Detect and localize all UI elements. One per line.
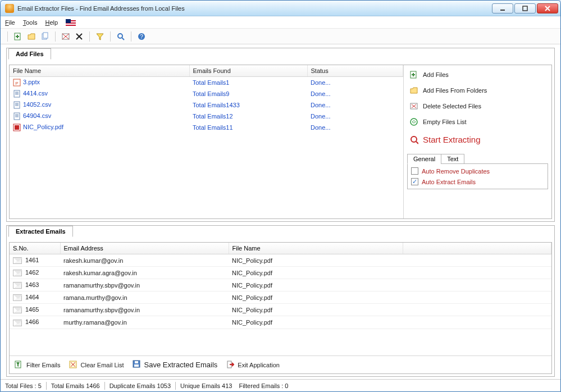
emails-table[interactable]: S.No. Email Address File Name 1461rakesh… xyxy=(10,243,551,329)
add-files-section: Add Files File Name Emails Found Status xyxy=(6,48,555,222)
svg-line-15 xyxy=(122,38,124,40)
statusbar: Total Files : 5 Total Emails 1466 Duplic… xyxy=(1,379,560,391)
col-filename[interactable]: File Name xyxy=(10,65,189,77)
toolbar: ? xyxy=(1,29,560,44)
email-row[interactable]: 1465ramanamurthy.sbpv@gov.inNIC_Policy.p… xyxy=(10,304,551,316)
svg-text:?: ? xyxy=(140,34,143,40)
btn-add-folders-label: Add Files From Folders xyxy=(423,87,487,94)
content: Add Files File Name Emails Found Status xyxy=(1,44,560,379)
tb-filter-icon[interactable] xyxy=(94,31,106,42)
file-row[interactable]: 4414.csvTotal Emails9Done... xyxy=(10,88,403,99)
btn-clear-list-label: Clear Email List xyxy=(81,362,124,368)
btn-start-extracting[interactable]: Start Extracting xyxy=(407,130,548,149)
files-header-row: File Name Emails Found Status xyxy=(10,65,403,77)
tb-help-icon[interactable]: ? xyxy=(136,31,147,42)
col-spare xyxy=(403,243,551,254)
app-icon xyxy=(5,4,14,13)
col-sno[interactable]: S.No. xyxy=(10,243,60,254)
envelope-icon xyxy=(13,282,22,289)
email-row[interactable]: 1462rakesh.kumar.agra@gov.inNIC_Policy.p… xyxy=(10,267,551,279)
svg-rect-49 xyxy=(134,364,139,367)
chk-auto-extract[interactable]: Auto Extract Emails xyxy=(411,178,544,185)
btn-exit-app[interactable]: Exit Application xyxy=(225,360,280,370)
tab-add-files[interactable]: Add Files xyxy=(8,48,51,60)
menu-help[interactable]: Help xyxy=(45,19,58,26)
envelope-icon xyxy=(13,270,22,276)
col-file[interactable]: File Name xyxy=(229,243,403,254)
delete-icon xyxy=(409,102,418,111)
svg-rect-33 xyxy=(15,125,19,130)
save-icon xyxy=(132,359,141,370)
chk-auto-extract-label: Auto Extract Emails xyxy=(422,179,476,185)
email-row[interactable]: 1464ramana.murthy@gov.inNIC_Policy.pdf xyxy=(10,291,551,304)
svg-rect-20 xyxy=(14,90,20,97)
status-unique: Unique Emails 413 xyxy=(180,382,232,389)
options-panel: General Text Auto Remove Duplicates Auto… xyxy=(407,163,548,189)
tb-clear-icon[interactable] xyxy=(60,31,71,42)
col-emails-found[interactable]: Emails Found xyxy=(189,65,307,77)
menubar: File Tools Help xyxy=(1,16,560,29)
maximize-button[interactable] xyxy=(514,3,536,13)
flag-icon[interactable] xyxy=(66,19,76,26)
status-total-emails: Total Emails 1466 xyxy=(51,382,100,389)
window-title: Email Extractor Files - Find Email Addre… xyxy=(17,5,185,12)
tb-delete-icon[interactable] xyxy=(74,31,85,42)
tb-search-icon[interactable] xyxy=(115,31,126,42)
btn-delete-selected[interactable]: Delete Selected Files xyxy=(407,99,548,113)
tb-add-folder-icon[interactable] xyxy=(26,31,37,42)
file-row[interactable]: P3.pptxTotal Emails1Done... xyxy=(10,77,403,89)
btn-filter-emails-label: Filter Emails xyxy=(26,362,61,368)
checkbox-checked-icon xyxy=(411,178,418,185)
app-window: Email Extractor Files - Find Email Addre… xyxy=(0,0,561,392)
file-type-icon xyxy=(13,90,21,98)
col-email[interactable]: Email Address xyxy=(60,243,229,254)
tab-extracted[interactable]: Extracted Emails xyxy=(8,226,73,237)
tab-general[interactable]: General xyxy=(407,154,441,164)
col-status[interactable]: Status xyxy=(307,65,403,77)
btn-empty-list[interactable]: Empty Files List xyxy=(407,115,548,129)
file-row[interactable]: 14052.csvTotal Emails1433Done... xyxy=(10,99,403,111)
maximize-icon xyxy=(522,6,528,11)
svg-point-14 xyxy=(118,34,122,38)
bottom-actions: Filter Emails Clear Email List Save Extr… xyxy=(10,355,551,373)
btn-save-extracted[interactable]: Save Extracted Emails xyxy=(132,359,218,370)
tb-add-file-icon[interactable] xyxy=(12,31,24,42)
file-row[interactable]: 64904.csvTotal Emails12Done... xyxy=(10,111,403,122)
search-icon xyxy=(409,135,418,144)
minimize-button[interactable] xyxy=(492,3,513,13)
envelope-icon xyxy=(13,307,22,313)
emails-scroll[interactable]: S.No. Email Address File Name 1461rakesh… xyxy=(10,243,551,355)
email-row[interactable]: 1461rakesh.kumar@gov.inNIC_Policy.pdf xyxy=(10,254,551,267)
file-type-icon xyxy=(13,112,21,120)
file-row[interactable]: NIC_Policy.pdfTotal Emails11Done... xyxy=(10,122,403,133)
status-duplicate: Duplicate Emails 1053 xyxy=(110,382,171,389)
btn-filter-emails[interactable]: Filter Emails xyxy=(14,360,61,370)
chk-auto-remove-dupes[interactable]: Auto Remove Duplicates xyxy=(411,167,544,175)
envelope-icon xyxy=(13,294,22,301)
btn-add-files[interactable]: Add Files xyxy=(407,67,548,82)
minimize-icon xyxy=(499,6,506,11)
filter-icon xyxy=(14,360,23,370)
svg-line-42 xyxy=(416,142,418,144)
btn-empty-list-label: Empty Files List xyxy=(423,118,467,125)
btn-add-files-label: Add Files xyxy=(423,71,449,78)
close-icon xyxy=(544,6,551,11)
btn-start-extracting-label: Start Extracting xyxy=(423,135,481,144)
menu-file[interactable]: File xyxy=(5,19,15,26)
btn-clear-list[interactable]: Clear Email List xyxy=(69,360,124,370)
close-button[interactable] xyxy=(537,3,558,13)
exit-icon xyxy=(225,360,234,370)
btn-add-folders[interactable]: Add Files From Folders xyxy=(407,83,548,98)
clear-icon xyxy=(69,360,77,370)
menu-tools[interactable]: Tools xyxy=(23,19,38,26)
right-panel: Add Files Add Files From Folders Delete … xyxy=(403,65,551,218)
file-type-icon xyxy=(13,101,21,109)
tb-copy-icon[interactable] xyxy=(39,31,51,42)
svg-text:P: P xyxy=(15,81,18,86)
files-table[interactable]: File Name Emails Found Status P3.pptxTot… xyxy=(10,65,403,133)
email-row[interactable]: 1466murthy.ramana@gov.inNIC_Policy.pdf xyxy=(10,316,551,329)
email-row[interactable]: 1463ramanamurthy.sbpv@gov.inNIC_Policy.p… xyxy=(10,279,551,291)
tab-text[interactable]: Text xyxy=(441,154,464,164)
svg-rect-24 xyxy=(14,102,20,108)
files-panel: File Name Emails Found Status P3.pptxTot… xyxy=(10,65,403,218)
